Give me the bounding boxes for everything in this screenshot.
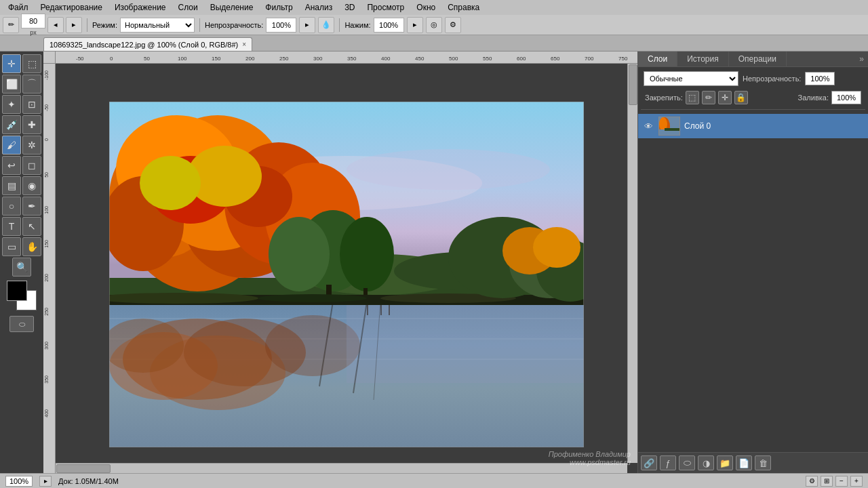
menu-help[interactable]: Справка bbox=[442, 1, 485, 14]
panel-body: Обычные Непрозрачность: Закрепить: ⬚ ✏ ✛… bbox=[638, 67, 868, 114]
crop-tool[interactable]: ⊡ bbox=[22, 95, 41, 114]
lock-position-btn[interactable]: ✛ bbox=[718, 91, 732, 104]
clone-stamp-tool[interactable]: ✲ bbox=[22, 136, 41, 155]
healing-tool[interactable]: ✚ bbox=[22, 115, 41, 134]
foreground-color[interactable] bbox=[7, 281, 27, 301]
opacity-input[interactable] bbox=[266, 18, 296, 33]
marquee-tool[interactable]: ⬜ bbox=[2, 75, 21, 94]
menu-3d[interactable]: 3D bbox=[339, 1, 360, 14]
quick-select-tool[interactable]: ✦ bbox=[2, 95, 21, 114]
extra-settings-btn[interactable]: ⚙ bbox=[445, 17, 461, 33]
panel-tabs: Слои История Операции » bbox=[638, 52, 868, 67]
tab-layers[interactable]: Слои bbox=[638, 52, 677, 66]
tab-operations[interactable]: Операции bbox=[729, 52, 787, 66]
svg-rect-42 bbox=[347, 302, 584, 383]
ruler-top: -50 0 50 100 150 200 250 300 350 400 450… bbox=[56, 52, 637, 64]
menu-file[interactable]: Файл bbox=[3, 1, 34, 14]
layer-opacity-input[interactable] bbox=[805, 72, 835, 85]
lock-pixels-btn[interactable]: ✏ bbox=[702, 91, 715, 104]
svg-rect-60 bbox=[665, 128, 680, 131]
add-adjustment-btn[interactable]: ◑ bbox=[698, 455, 714, 470]
menu-layers[interactable]: Слои bbox=[173, 1, 203, 14]
blend-opacity-row: Обычные Непрозрачность: bbox=[641, 70, 865, 87]
layer-blend-select[interactable]: Обычные bbox=[644, 71, 738, 86]
brush-size-down[interactable]: ◂ bbox=[47, 17, 64, 33]
path-select-tool[interactable]: ↖ bbox=[22, 217, 41, 236]
brush-tool[interactable]: 🖌 bbox=[2, 136, 21, 155]
eraser-tool[interactable]: ◻ bbox=[22, 156, 41, 175]
tab-close-btn[interactable]: × bbox=[242, 41, 246, 48]
menu-window[interactable]: Окно bbox=[411, 1, 441, 14]
statusbar-arrange-btn[interactable]: ⊞ bbox=[821, 476, 833, 487]
zoom-tool[interactable]: 🔍 bbox=[12, 258, 31, 277]
svg-point-29 bbox=[269, 217, 330, 291]
fill-input[interactable] bbox=[831, 91, 861, 104]
statusbar-arrow-btn[interactable]: ▸ bbox=[39, 476, 52, 487]
tab-history[interactable]: История bbox=[677, 52, 729, 66]
blur-tool[interactable]: ◉ bbox=[22, 176, 41, 195]
quick-mask-btn[interactable]: ⬭ bbox=[9, 316, 34, 332]
add-group-btn[interactable]: 📁 bbox=[717, 455, 733, 470]
airbrush-toggle[interactable]: 💧 bbox=[318, 17, 334, 33]
menu-filter[interactable]: Фильтр bbox=[260, 1, 298, 14]
flow-input[interactable] bbox=[374, 18, 404, 33]
blend-mode-select[interactable]: Нормальный bbox=[120, 18, 195, 33]
menu-image[interactable]: Изображение bbox=[109, 1, 172, 14]
eyedropper-tool[interactable]: 💉 bbox=[2, 115, 21, 134]
tool-row-6: ↩ ◻ bbox=[2, 156, 41, 175]
menu-select[interactable]: Выделение bbox=[205, 1, 259, 14]
layer-item[interactable]: 👁 Слой 0 bbox=[638, 114, 868, 138]
gradient-tool[interactable]: ▤ bbox=[2, 176, 21, 195]
svg-point-26 bbox=[140, 156, 201, 210]
toolbar: ✏ px ◂ ▸ Режим: Нормальный Непрозрачност… bbox=[0, 15, 868, 35]
tool-row-8: ○ ✒ bbox=[2, 197, 41, 216]
add-mask-btn[interactable]: ⬭ bbox=[679, 455, 695, 470]
menu-view[interactable]: Просмотр bbox=[361, 1, 410, 14]
scroll-thumb-vertical[interactable] bbox=[629, 64, 637, 105]
fill-label: Заливка: bbox=[798, 94, 829, 102]
add-style-btn[interactable]: ƒ bbox=[660, 455, 676, 470]
lock-all-btn[interactable]: 🔒 bbox=[734, 91, 748, 104]
flow-label: Нажим: bbox=[344, 21, 370, 29]
canvas-image bbox=[109, 102, 584, 447]
scrollbar-vertical[interactable] bbox=[627, 64, 637, 463]
statusbar-zoom-out-btn[interactable]: − bbox=[835, 476, 848, 487]
menu-edit[interactable]: Редактирование bbox=[35, 1, 108, 14]
tool-row-3: ✦ ⊡ bbox=[2, 95, 41, 114]
tab-title: 10869325_landscape122.jpg @ 100% (Слой 0… bbox=[50, 41, 238, 49]
opacity-arrow[interactable]: ▸ bbox=[299, 17, 315, 33]
document-tab[interactable]: 10869325_landscape122.jpg @ 100% (Слой 0… bbox=[43, 37, 252, 51]
flow-arrow[interactable]: ▸ bbox=[407, 17, 423, 33]
tool-row-9: T ↖ bbox=[2, 217, 41, 236]
dodge-tool[interactable]: ○ bbox=[2, 197, 21, 216]
artboard-tool[interactable]: ⬚ bbox=[22, 54, 41, 73]
delete-layer-btn[interactable]: 🗑 bbox=[755, 455, 771, 470]
statusbar-settings-btn[interactable]: ⚙ bbox=[806, 476, 818, 487]
pen-tool[interactable]: ✒ bbox=[22, 197, 41, 216]
add-layer-btn[interactable]: 📄 bbox=[736, 455, 752, 470]
brush-tool-icon[interactable]: ✏ bbox=[3, 17, 19, 33]
layer-visibility-icon[interactable]: 👁 bbox=[642, 120, 654, 132]
lock-transparent-btn[interactable]: ⬚ bbox=[686, 91, 699, 104]
history-brush-tool[interactable]: ↩ bbox=[2, 156, 21, 175]
shape-tool[interactable]: ▭ bbox=[2, 237, 21, 256]
scrollbar-horizontal[interactable] bbox=[56, 463, 627, 473]
type-tool[interactable]: T bbox=[2, 217, 21, 236]
zoom-input[interactable] bbox=[5, 476, 33, 487]
brush-size-up[interactable]: ▸ bbox=[66, 17, 82, 33]
brush-size-input[interactable] bbox=[21, 14, 45, 28]
smoothing-btn[interactable]: ◎ bbox=[426, 17, 442, 33]
panel-close-btn[interactable]: » bbox=[855, 52, 868, 66]
link-layers-btn[interactable]: 🔗 bbox=[641, 455, 657, 470]
scroll-thumb-horizontal[interactable] bbox=[56, 464, 111, 473]
toolbar-sep-3 bbox=[339, 18, 340, 32]
lasso-tool[interactable]: ⌒ bbox=[22, 75, 41, 94]
menubar: Файл Редактирование Изображение Слои Выд… bbox=[0, 0, 868, 15]
svg-point-2 bbox=[347, 149, 550, 190]
statusbar-zoom-group bbox=[5, 476, 33, 487]
color-preview bbox=[7, 281, 37, 310]
menu-analysis[interactable]: Анализ bbox=[300, 1, 338, 14]
move-tool[interactable]: ✛ bbox=[2, 54, 21, 73]
statusbar-zoom-in-btn[interactable]: + bbox=[850, 476, 863, 487]
hand-tool[interactable]: ✋ bbox=[22, 237, 41, 256]
